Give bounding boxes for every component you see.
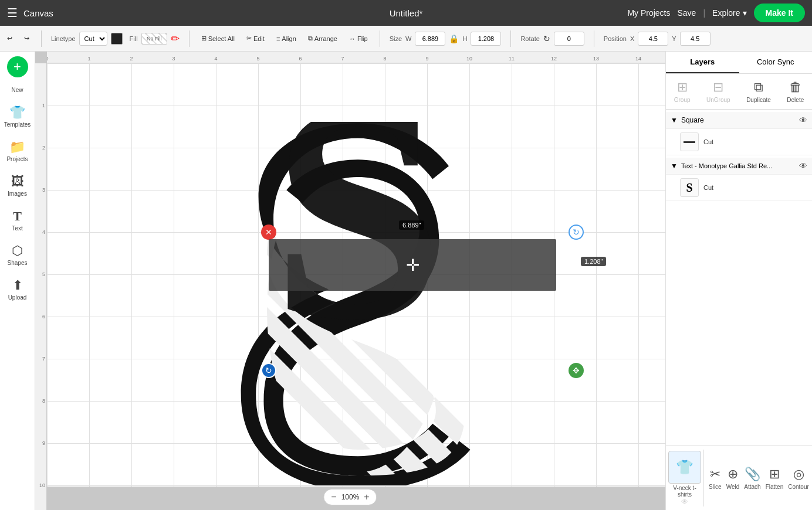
attach-icon: 📎 — [745, 467, 760, 482]
ruler-h-8: 8 — [383, 56, 386, 62]
ruler-h-14: 14 — [635, 56, 641, 62]
bottom-panel: 👕 V-neck t-shirts 👁 ✂ Slice ⊕ Weld 📎 Att… — [666, 446, 812, 510]
selection-overlay[interactable]: ✛ — [269, 239, 556, 291]
menu-icon[interactable]: ☰ — [7, 6, 18, 20]
layer-group-square-header[interactable]: ▼ Square 👁 — [666, 112, 812, 129]
s-letter-shape[interactable]: S — [235, 122, 481, 485]
attach-tool[interactable]: 📎 Attach — [742, 464, 763, 492]
rotate-input[interactable] — [554, 32, 584, 46]
flip-button[interactable]: ↔ Flip — [347, 34, 370, 43]
separator-4 — [510, 30, 511, 47]
zoom-in-button[interactable]: + — [364, 492, 369, 502]
weld-label: Weld — [726, 484, 740, 490]
y-input[interactable] — [680, 32, 710, 46]
text-layer-thumb: S — [680, 178, 699, 197]
text-eye-icon[interactable]: 👁 — [799, 161, 807, 171]
shapes-icon: ⬡ — [12, 243, 23, 259]
text-icon: T — [13, 209, 22, 224]
height-input[interactable] — [471, 32, 501, 46]
ruler-h-2: 2 — [130, 56, 133, 62]
group-label: Group — [674, 97, 691, 103]
divider: | — [703, 8, 705, 18]
ruler-v-3: 3 — [42, 187, 45, 193]
layer-group-text-header[interactable]: ▼ Text - Monotype Gallia Std Re... 👁 — [666, 158, 812, 175]
rotate-handle[interactable]: ↻ — [569, 225, 584, 240]
ungroup-action[interactable]: ⊟ UnGroup — [702, 77, 735, 106]
select-all-button[interactable]: ⊞ Select All — [199, 33, 237, 43]
ruler-v-9: 9 — [42, 440, 45, 446]
duplicate-label: Duplicate — [746, 97, 771, 103]
flatten-icon: ⊞ — [769, 467, 780, 482]
save-button[interactable]: Save — [678, 8, 696, 18]
my-projects-link[interactable]: My Projects — [627, 8, 670, 18]
delete-icon: 🗑 — [789, 80, 802, 95]
group-action[interactable]: ⊞ Group — [669, 77, 695, 106]
sidebar-item-images[interactable]: 🖼 Images — [2, 169, 33, 202]
group-icon: ⊞ — [677, 80, 688, 95]
lock-icon[interactable]: 🔒 — [449, 34, 459, 43]
ruler-horizontal: 0 1 2 3 4 5 6 7 8 9 10 11 12 13 14 — [47, 52, 665, 63]
width-input[interactable] — [415, 32, 445, 46]
delete-label: Delete — [787, 97, 804, 103]
fill-selector[interactable]: No Fill — [141, 33, 167, 45]
contour-tool[interactable]: ◎ Contour — [786, 464, 811, 492]
flatten-tool[interactable]: ⊞ Flatten — [763, 464, 786, 492]
sidebar-item-templates[interactable]: 👕 Templates — [2, 100, 33, 132]
tab-color-sync[interactable]: Color Sync — [739, 52, 813, 73]
select-all-icon: ⊞ — [201, 35, 207, 42]
layer-group-text: ▼ Text - Monotype Gallia Std Re... 👁 S C… — [666, 158, 812, 201]
redo-button[interactable]: ↪ — [22, 33, 32, 43]
canvas-area[interactable]: 0 1 2 3 4 5 6 7 8 9 10 11 12 13 14 1 2 3… — [35, 52, 665, 510]
slice-tool[interactable]: ✂ Slice — [706, 464, 724, 492]
explore-chevron-icon: ▾ — [743, 8, 747, 18]
edit-label: Edit — [253, 35, 265, 42]
lock-aspect-handle[interactable]: ↻ — [261, 363, 276, 378]
delete-handle[interactable]: ✕ — [261, 225, 276, 240]
fill-value: No Fill — [147, 36, 162, 42]
x-input[interactable] — [638, 32, 668, 46]
linetype-select[interactable]: Cut — [79, 32, 107, 46]
explore-button[interactable]: Explore ▾ — [712, 8, 746, 18]
delete-action[interactable]: 🗑 Delete — [782, 77, 808, 106]
sidebar-item-shapes[interactable]: ⬡ Shapes — [2, 239, 33, 271]
undo-button[interactable]: ↩ — [5, 33, 15, 43]
linetype-color[interactable] — [111, 33, 123, 45]
tab-layers[interactable]: Layers — [666, 52, 739, 73]
rotate-label: Rotate — [520, 35, 539, 42]
sidebar-item-text[interactable]: T Text — [2, 204, 33, 236]
projects-label: Projects — [6, 156, 28, 162]
topbar: ☰ Canvas Untitled* My Projects Save | Ex… — [0, 0, 812, 26]
ruler-v-6: 6 — [42, 314, 45, 319]
separator-1 — [41, 30, 42, 47]
rotate-group: Rotate ↻ — [520, 32, 584, 46]
width-label: W — [405, 35, 411, 42]
new-button[interactable]: + — [7, 56, 28, 77]
align-button[interactable]: ≡ Align — [274, 34, 299, 43]
text-layer-item[interactable]: S Cut — [666, 175, 812, 201]
edit-icon: ✂ — [246, 35, 252, 42]
sidebar-item-new[interactable]: New — [2, 82, 33, 98]
canvas-eye-icon[interactable]: 👁 — [681, 498, 688, 506]
weld-tool[interactable]: ⊕ Weld — [724, 464, 742, 492]
make-it-button[interactable]: Make It — [754, 4, 805, 22]
pen-icon[interactable]: ✏ — [171, 32, 180, 45]
square-eye-icon[interactable]: 👁 — [799, 115, 807, 125]
duplicate-action[interactable]: ⧉ Duplicate — [742, 77, 776, 106]
resize-handle[interactable]: ✥ — [569, 363, 584, 378]
zoom-out-button[interactable]: − — [331, 492, 336, 502]
sidebar-item-upload[interactable]: ⬆ Upload — [2, 273, 33, 305]
fill-group: Fill No Fill ✏ — [130, 32, 180, 45]
sidebar-item-projects[interactable]: 📁 Projects — [2, 135, 33, 167]
ruler-h-3: 3 — [172, 56, 175, 62]
ruler-v-10: 10 — [39, 482, 45, 488]
contour-icon: ◎ — [793, 467, 804, 482]
arrange-button[interactable]: ⧉ Arrange — [306, 33, 340, 43]
linetype-group: Linetype Cut — [51, 32, 123, 46]
canvas-content: S ✕ 6.889" ↻ ✛ 1.208" ↻ ✥ — [47, 63, 665, 487]
slice-label: Slice — [709, 484, 722, 490]
edit-button[interactable]: ✂ Edit — [244, 33, 267, 43]
position-group: Position X Y — [604, 32, 710, 46]
weld-icon: ⊕ — [728, 467, 738, 482]
ruler-h-13: 13 — [593, 56, 599, 62]
square-layer-item[interactable]: Cut — [666, 129, 812, 155]
